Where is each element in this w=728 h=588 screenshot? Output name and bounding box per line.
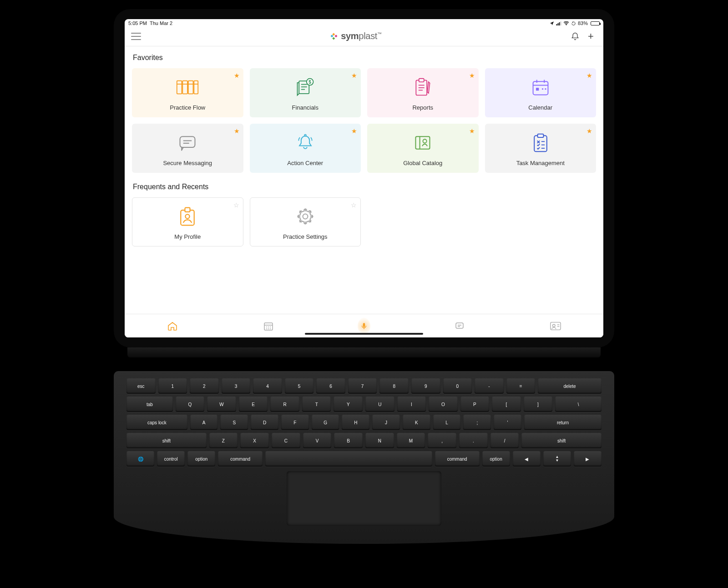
svg-point-43: [303, 214, 308, 219]
svg-point-34: [423, 139, 427, 143]
tab-contacts[interactable]: [549, 320, 562, 332]
tile-label: My Profile: [174, 233, 201, 240]
recents-title: Frequents and Recents: [133, 183, 596, 191]
svg-point-57: [552, 324, 555, 327]
app-header: symplast™ +: [125, 27, 603, 46]
notifications-button[interactable]: [571, 32, 580, 41]
svg-rect-2: [559, 22, 560, 25]
status-date: Thu Mar 2: [150, 20, 172, 26]
keyboard-hinge: [127, 347, 601, 357]
tile-label: Secure Messaging: [163, 160, 212, 166]
brand-logo: symplast™: [330, 31, 382, 41]
clipboard-icon: [413, 77, 433, 98]
wifi-icon: [563, 21, 569, 25]
star-filled-icon[interactable]: ★: [351, 127, 357, 135]
svg-rect-0: [556, 24, 557, 25]
svg-point-49: [266, 328, 267, 329]
tile-action-center[interactable]: ★Action Center: [250, 124, 361, 173]
svg-rect-8: [194, 80, 198, 94]
svg-point-47: [268, 327, 269, 327]
svg-point-31: [304, 134, 306, 136]
tile-my-profile[interactable]: ☆My Profile: [132, 197, 243, 246]
keyboard: esc1234567890-=delete tabQWERTYUIOP[]\ c…: [114, 371, 614, 544]
svg-rect-25: [536, 87, 539, 90]
star-filled-icon[interactable]: ★: [469, 72, 475, 79]
tile-label: Action Center: [287, 160, 323, 166]
signal-icon: [556, 21, 561, 25]
svg-point-4: [566, 25, 567, 25]
tab-home[interactable]: [166, 320, 179, 332]
svg-point-42: [186, 214, 190, 218]
columns-icon: [176, 77, 199, 98]
star-filled-icon[interactable]: ★: [234, 127, 240, 135]
status-time: 5:05 PM: [128, 20, 147, 26]
menu-button[interactable]: [131, 33, 141, 40]
tile-label: Financials: [292, 104, 318, 111]
main-content: Favorites ★Practice Flow★$Financials★Rep…: [125, 46, 603, 314]
svg-rect-6: [183, 80, 188, 94]
svg-rect-32: [416, 136, 430, 149]
svg-point-27: [545, 88, 546, 90]
star-filled-icon[interactable]: ★: [351, 72, 357, 79]
add-button[interactable]: +: [588, 32, 597, 41]
home-indicator[interactable]: [305, 333, 423, 335]
app-screen: 5:05 PM Thu Mar 2 83%: [125, 19, 603, 337]
star-empty-icon[interactable]: ☆: [233, 201, 239, 209]
tile-practice-flow[interactable]: ★Practice Flow: [132, 68, 243, 117]
tile-global-catalog[interactable]: ★Global Catalog: [367, 124, 479, 173]
status-bar: 5:05 PM Thu Mar 2 83%: [125, 19, 603, 27]
recents-grid: ☆My Profile☆Practice Settings: [132, 197, 596, 246]
tile-reports[interactable]: ★Reports: [367, 68, 479, 117]
bell-icon: [295, 132, 315, 153]
tile-secure-msg[interactable]: ★Secure Messaging: [132, 124, 243, 173]
svg-rect-5: [177, 80, 182, 94]
tile-label: Task Management: [516, 160, 565, 166]
tile-label: Calendar: [528, 104, 552, 111]
brand-name-light: plast: [359, 31, 377, 41]
star-filled-icon[interactable]: ★: [586, 127, 592, 135]
calendar-icon: [531, 77, 550, 98]
star-filled-icon[interactable]: ★: [234, 72, 240, 79]
tile-calendar[interactable]: ★Calendar: [485, 68, 597, 117]
svg-point-48: [270, 327, 271, 327]
svg-rect-41: [185, 207, 190, 211]
orientation-lock-icon: [571, 21, 576, 26]
chat-icon: [177, 132, 197, 153]
trackpad[interactable]: [287, 471, 441, 526]
tile-financials[interactable]: ★$Financials: [250, 68, 361, 117]
svg-rect-53: [456, 323, 463, 328]
tile-label: Global Catalog: [403, 160, 442, 166]
svg-rect-35: [534, 136, 547, 151]
tile-practice-settings[interactable]: ☆Practice Settings: [250, 197, 361, 246]
battery-icon: [591, 21, 600, 25]
tab-calendar[interactable]: [262, 320, 275, 332]
star-empty-icon[interactable]: ☆: [351, 201, 357, 209]
tile-label: Practice Settings: [283, 233, 328, 240]
tab-mic[interactable]: [358, 320, 370, 332]
svg-point-50: [268, 328, 269, 329]
tile-label: Reports: [412, 104, 433, 111]
svg-rect-52: [363, 323, 365, 327]
book-icon: [413, 132, 432, 153]
tile-task-mgmt[interactable]: ★Task Management: [485, 124, 597, 173]
svg-point-51: [270, 328, 271, 329]
star-filled-icon[interactable]: ★: [469, 127, 475, 135]
brand-mark-icon: [330, 32, 338, 40]
tab-messages[interactable]: [453, 320, 466, 332]
svg-point-46: [266, 327, 267, 327]
svg-rect-1: [557, 23, 558, 25]
svg-rect-36: [537, 134, 543, 137]
svg-point-26: [542, 88, 543, 90]
svg-rect-17: [419, 78, 424, 81]
checklist-icon: [532, 132, 549, 153]
favorites-grid: ★Practice Flow★$Financials★Reports★Calen…: [132, 68, 596, 173]
tablet-frame: 5:05 PM Thu Mar 2 83%: [114, 9, 614, 347]
star-filled-icon[interactable]: ★: [586, 72, 592, 79]
tile-label: Practice Flow: [170, 104, 205, 111]
svg-text:$: $: [308, 79, 311, 84]
svg-rect-3: [560, 21, 561, 25]
svg-rect-40: [181, 210, 194, 225]
battery-pct: 83%: [578, 20, 588, 26]
favorites-title: Favorites: [133, 54, 596, 62]
svg-rect-28: [180, 136, 195, 147]
